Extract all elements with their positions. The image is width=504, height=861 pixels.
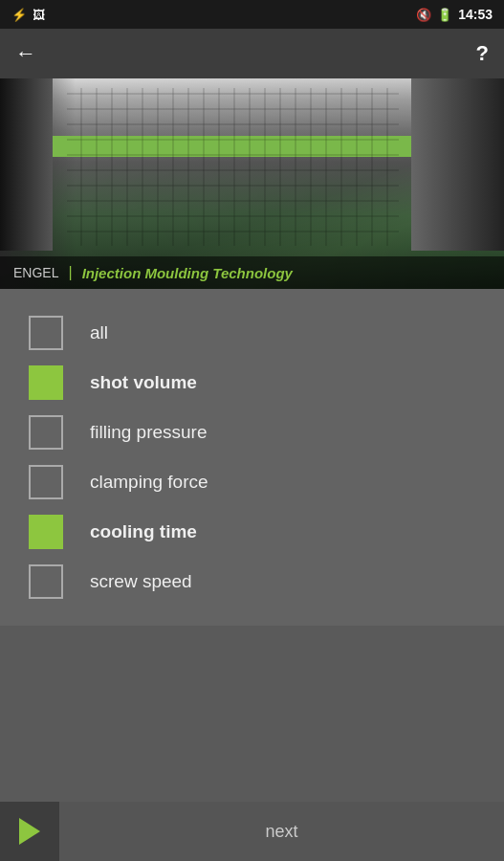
nav-bar: ← ?: [0, 29, 504, 78]
hero-separator: |: [68, 264, 72, 281]
status-time: 14:53: [458, 7, 493, 22]
hero-brand: ENGEL: [13, 265, 58, 280]
checkbox-label-filling-pressure: filling pressure: [90, 422, 208, 443]
back-button[interactable]: ←: [15, 41, 36, 66]
checkbox-row-all[interactable]: all: [29, 308, 475, 358]
help-button[interactable]: ?: [476, 41, 489, 66]
status-bar: ⚡ 🖼 🔇 🔋 14:53: [0, 0, 504, 29]
checkbox-screw-speed[interactable]: [29, 564, 63, 599]
checkbox-row-clamping-force[interactable]: clamping force: [29, 457, 475, 507]
status-icons-left: ⚡ 🖼: [11, 8, 45, 22]
checkbox-filling-pressure[interactable]: [29, 415, 63, 450]
play-button[interactable]: [0, 802, 59, 861]
content-area: all shot volume filling pressure clampin…: [0, 289, 504, 626]
checkbox-label-clamping-force: clamping force: [90, 472, 208, 493]
hero-overlay: ENGEL | Injection Moulding Technology: [0, 256, 504, 289]
battery-icon: 🔋: [437, 8, 452, 22]
checkbox-row-shot-volume[interactable]: shot volume: [29, 358, 475, 408]
usb-icon: ⚡: [11, 8, 27, 22]
checkbox-clamping-force[interactable]: [29, 465, 63, 499]
next-button[interactable]: next: [59, 802, 504, 861]
checkbox-row-cooling-time[interactable]: cooling time: [29, 507, 475, 557]
checkbox-cooling-time[interactable]: [29, 515, 63, 549]
checkbox-row-filling-pressure[interactable]: filling pressure: [29, 408, 475, 457]
machine-right: [411, 78, 504, 251]
image-icon: 🖼: [33, 8, 45, 22]
machine-holes: [67, 88, 399, 246]
play-triangle-icon: [19, 818, 40, 845]
checkbox-shot-volume[interactable]: [29, 365, 63, 400]
checkbox-label-all: all: [90, 322, 108, 343]
checkbox-label-shot-volume: shot volume: [90, 372, 197, 393]
checkbox-label-cooling-time: cooling time: [90, 521, 197, 542]
machine-left: [0, 78, 53, 251]
hero-image: ENGEL | Injection Moulding Technology: [0, 78, 504, 289]
bottom-bar: next: [0, 802, 504, 861]
hero-title: Injection Moulding Technology: [82, 265, 293, 281]
mute-icon: 🔇: [416, 8, 431, 22]
checkbox-all[interactable]: [29, 316, 63, 350]
checkbox-label-screw-speed: screw speed: [90, 571, 192, 592]
checkbox-row-screw-speed[interactable]: screw speed: [29, 557, 475, 607]
